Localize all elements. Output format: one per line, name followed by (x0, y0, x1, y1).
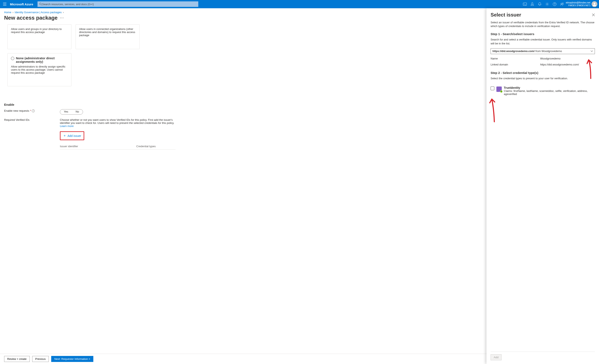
search-input[interactable] (42, 3, 197, 6)
credential-claims: Claims: firstName, lastName, scanneddoc,… (504, 89, 595, 96)
copilot-button[interactable] (529, 0, 536, 8)
chevron-down-icon (590, 50, 593, 52)
issuer-url: https://did.woodgrovedemo.com/ (493, 50, 535, 53)
copilot-icon (530, 2, 534, 6)
required-asterisk: * (30, 109, 31, 112)
chevron-right-icon: › (13, 11, 13, 14)
breadcrumb-home[interactable]: Home (4, 11, 11, 14)
azure-top-bar: Microsoft Azure ? elmadmin@fimdev.net FI… (0, 0, 599, 8)
step1-desc: Search for and select a verifiable crede… (491, 38, 595, 45)
enable-new-requests-label: Enable new requests (4, 109, 29, 112)
global-search[interactable] (37, 1, 198, 7)
credential-icon (496, 87, 502, 92)
previous-button[interactable]: Previous (32, 356, 49, 362)
cloud-shell-icon (523, 3, 527, 6)
avatar-icon (592, 2, 597, 6)
step2-desc: Select the credential types to present t… (491, 77, 595, 80)
close-panel-button[interactable] (592, 13, 595, 16)
radio-unchecked-icon[interactable] (11, 57, 14, 60)
account-avatar[interactable] (591, 1, 597, 7)
panel-add-button[interactable]: Add (491, 354, 502, 360)
linked-domain-value: https://did.woodgrovedemo.com/ (540, 63, 579, 66)
hamburger-icon (3, 3, 6, 6)
add-issuer-button[interactable]: ＋ Add issuer (61, 132, 83, 139)
step2-heading: Step 2 - Select credential type(s) (491, 71, 595, 75)
card-connected-orgs[interactable]: Allow users in connected organizations (… (76, 24, 140, 49)
info-icon[interactable]: i (32, 109, 35, 112)
issuer-table-header: Issuer identifier Credential types (60, 145, 176, 150)
svg-point-7 (563, 3, 564, 4)
required-verified-ids-label: Required Verified IDs (4, 118, 29, 121)
issuer-name-value: Woodgrovedemo (540, 57, 561, 60)
bell-icon (538, 2, 541, 6)
breadcrumb-governance[interactable]: Identity Governance | Access packages (15, 11, 62, 14)
panel-intro: Select an issuer of verifiable credentia… (491, 21, 595, 28)
yes-no-toggle[interactable]: Yes No (60, 109, 83, 115)
panel-title: Select issuer (491, 12, 521, 18)
card-directory-users[interactable]: Allow users and groups in your directory… (8, 24, 71, 49)
more-actions-button[interactable]: ··· (60, 16, 64, 20)
issuer-from: from Woodgrovedemo (535, 50, 562, 53)
toggle-yes[interactable]: Yes (60, 109, 72, 114)
card-none-admin[interactable]: None (administrator direct assignments o… (8, 53, 71, 86)
linked-domain-label: Linked domain (491, 63, 540, 66)
svg-point-6 (561, 3, 562, 4)
svg-text:?: ? (554, 3, 555, 5)
col-credential-types: Credential types (136, 145, 156, 148)
issuer-dropdown[interactable]: https://did.woodgrovedemo.com/ from Wood… (491, 48, 595, 54)
help-icon: ? (553, 2, 556, 6)
step1-heading: Step 1 - Search/select issuers (491, 32, 595, 36)
svg-point-3 (546, 3, 548, 5)
select-issuer-panel: Select issuer Select an issuer of verifi… (486, 8, 599, 364)
help-button[interactable]: ? (551, 0, 558, 8)
feedback-icon (560, 2, 564, 6)
col-issuer-identifier: Issuer identifier (60, 145, 136, 148)
plus-icon: ＋ (63, 133, 66, 138)
hamburger-menu-button[interactable] (2, 1, 8, 7)
svg-rect-1 (523, 3, 527, 6)
review-create-button[interactable]: Review + create (4, 356, 30, 362)
gear-icon (545, 2, 549, 6)
chevron-right-icon: › (63, 11, 64, 14)
credential-name: TrueIdentity (504, 86, 595, 89)
credential-row-trueidentity: TrueIdentity Claims: firstName, lastName… (491, 86, 595, 96)
cloud-shell-button[interactable] (521, 0, 529, 8)
svg-point-0 (39, 3, 41, 5)
account-email: elmadmin@fimdev.net (566, 1, 590, 4)
search-icon (39, 3, 42, 6)
account-info[interactable]: elmadmin@fimdev.net FIMDEV (FIMDEV.NET) (566, 1, 591, 7)
toggle-no[interactable]: No (72, 109, 83, 114)
svg-rect-2 (532, 2, 533, 5)
close-icon (592, 13, 595, 16)
learn-more-link[interactable]: Learn more (60, 124, 73, 128)
verified-ids-help: Choose whether or not you want users to … (60, 118, 176, 128)
next-button[interactable]: Next: Requestor Information > (51, 356, 93, 362)
annotation-arrow-2 (488, 97, 498, 124)
account-tenant: FIMDEV (FIMDEV.NET) (566, 4, 590, 7)
brand-label: Microsoft Azure (10, 2, 33, 6)
feedback-button[interactable] (558, 0, 566, 8)
credential-checkbox[interactable] (491, 87, 494, 90)
settings-button[interactable] (544, 0, 551, 8)
notifications-button[interactable] (536, 0, 544, 8)
svg-point-8 (594, 3, 595, 4)
issuer-name-label: Name (491, 57, 540, 60)
annotation-red-box: ＋ Add issuer (60, 131, 84, 140)
